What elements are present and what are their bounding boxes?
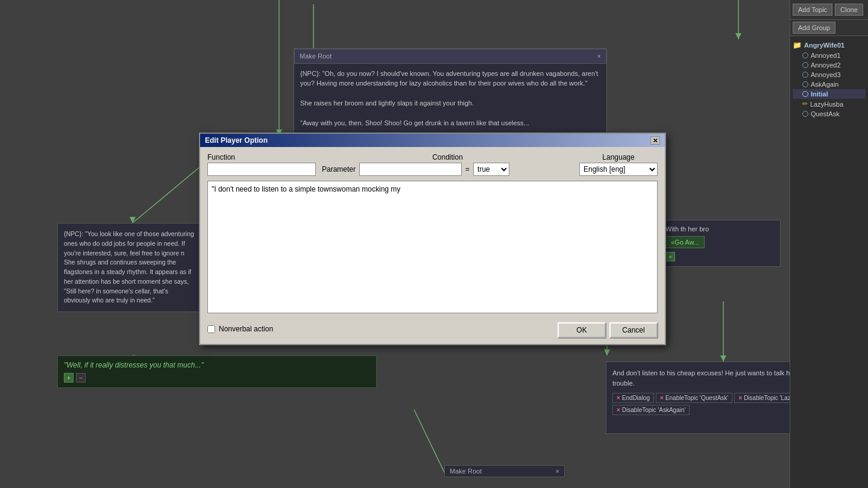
make-root-bottom-label: Make Root — [450, 468, 482, 475]
topic-circle-icon — [802, 52, 808, 58]
node-expand-btn[interactable]: + — [64, 373, 74, 383]
node-bottom-bar-left: + − — [64, 373, 370, 383]
dialog-bottom-row: Nonverbal action OK Cancel — [207, 320, 658, 338]
svg-marker-10 — [720, 355, 726, 361]
player-option-node-bottom-left: "Well, if it really distresses you that … — [57, 355, 377, 388]
dialog-titlebar: Edit Player Option ✕ — [200, 134, 665, 147]
condition-row: Parameter = true false — [322, 163, 573, 176]
node-expand-btn-2[interactable]: + — [665, 252, 675, 261]
npc-dialog-text-left: {NPC}: "You look like one of those adven… — [64, 230, 195, 305]
node-bottom-bar-right-mid: + — [665, 252, 775, 261]
npc-dialog-text-top: {NPC}: "Oh, do you now? I should've know… — [300, 69, 600, 128]
nonverbal-row: Nonverbal action — [207, 325, 273, 333]
topic-circle-icon-initial — [802, 91, 808, 97]
nonverbal-checkbox[interactable] — [207, 325, 215, 333]
node-collapse-btn[interactable]: − — [76, 373, 86, 383]
parameter-input[interactable] — [359, 163, 462, 176]
tree-item-annoyed3[interactable]: Annoyed3 — [793, 70, 866, 80]
tree-item-questask[interactable]: QuestAsk — [793, 109, 866, 119]
function-group: Function — [207, 153, 316, 176]
language-group: Language English [eng] German [deu] Fren… — [579, 153, 658, 176]
edit-player-option-dialog: Edit Player Option ✕ Function Condition … — [199, 133, 666, 345]
go-away-button[interactable]: «Go Aw... — [665, 236, 705, 248]
npc-dialog-text-right-mid: With th her bro — [665, 225, 775, 233]
tree-root-item[interactable]: 📁 AngryWife01 — [793, 40, 866, 51]
function-input[interactable] — [207, 163, 316, 176]
dialog-textarea[interactable] — [207, 181, 658, 313]
folder-icon: 📁 — [793, 41, 802, 49]
topic-circle-icon — [802, 62, 808, 68]
tree-item-askagain[interactable]: AskAgain — [793, 80, 866, 89]
dialog-form-top-row: Function Condition Parameter = true fals… — [207, 153, 658, 176]
npc-dialog-node-right-mid: With th her bro «Go Aw... + — [660, 220, 781, 267]
tree-item-lazyhusband[interactable]: ✏ LazyHusba — [793, 99, 866, 109]
condition-group: Condition Parameter = true false — [322, 153, 573, 176]
dialog-body: Function Condition Parameter = true fals… — [200, 147, 665, 344]
ok-button[interactable]: OK — [558, 322, 606, 338]
topic-circle-icon — [802, 72, 808, 78]
topic-tree: 📁 AngryWife01 Annoyed1 Annoyed2 Annoyed3… — [790, 36, 868, 122]
tree-root-label: AngryWife01 — [804, 42, 844, 49]
tree-item-annoyed2[interactable]: Annoyed2 — [793, 60, 866, 70]
right-panel: Add Topic Clone Add Group 📁 AngryWife01 … — [790, 0, 868, 488]
node-header-top: Make Root × — [294, 49, 606, 64]
player-option-text: "Well, if it really distresses you that … — [64, 361, 370, 369]
npc-dialog-node-top: Make Root × {NPC}: "Oh, do you now? I sh… — [294, 48, 607, 135]
add-topic-button[interactable]: Add Topic — [793, 4, 832, 16]
dialog-close-button[interactable]: ✕ — [650, 136, 660, 145]
topic-circle-icon — [802, 81, 808, 87]
pencil-icon: ✏ — [802, 100, 808, 108]
add-group-row: Add Group — [790, 20, 868, 36]
svg-marker-15 — [604, 349, 610, 355]
svg-line-16 — [414, 410, 446, 476]
tree-item-initial[interactable]: Initial — [793, 89, 866, 99]
language-label: Language — [579, 153, 658, 161]
condition-select[interactable]: true false — [473, 163, 509, 176]
svg-marker-12 — [735, 33, 741, 39]
tag-enable-topic[interactable]: × EnableTopic 'QuestAsk' — [656, 393, 732, 403]
parameter-label: Parameter — [322, 165, 356, 174]
make-root-label: Make Root — [300, 51, 332, 61]
tag-end-dialog[interactable]: × EndDialog — [612, 393, 654, 403]
make-root-bottom-close[interactable]: × — [556, 468, 559, 475]
nonverbal-label[interactable]: Nonverbal action — [219, 325, 273, 333]
make-root-bottom-bar: Make Root × — [444, 465, 565, 477]
npc-dialog-node-left: {NPC}: "You look like one of those adven… — [57, 223, 202, 312]
tree-item-initial-label: Initial — [811, 90, 828, 98]
equals-sign: = — [465, 165, 470, 174]
add-group-button[interactable]: Add Group — [793, 22, 835, 34]
language-select[interactable]: English [eng] German [deu] French [fra] — [579, 163, 658, 176]
cancel-button[interactable]: Cancel — [609, 322, 658, 338]
dialog-buttons: OK Cancel — [558, 322, 658, 338]
function-label: Function — [207, 153, 316, 161]
tree-item-annoyed1[interactable]: Annoyed1 — [793, 51, 866, 60]
clone-button[interactable]: Clone — [835, 4, 863, 16]
svg-marker-6 — [130, 217, 136, 223]
topic-circle-icon — [802, 111, 808, 117]
dialog-title: Edit Player Option — [205, 136, 268, 145]
node-close-top[interactable]: × — [597, 51, 601, 61]
right-panel-toolbar: Add Topic Clone — [790, 0, 868, 20]
tag-disable-ask[interactable]: × DisableTopic 'AskAgain' — [612, 405, 690, 415]
condition-header: Condition — [322, 153, 573, 161]
